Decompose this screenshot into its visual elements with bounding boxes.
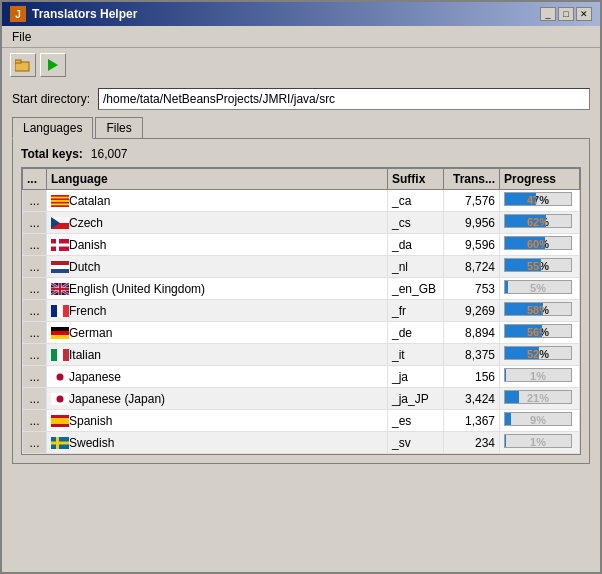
- table-row[interactable]: ...Spanish_es1,3679%: [23, 410, 580, 432]
- minimize-button[interactable]: _: [540, 7, 556, 21]
- svg-rect-32: [51, 349, 57, 361]
- table-row[interactable]: ...German_de8,89456%: [23, 322, 580, 344]
- row-suffix: _nl: [388, 256, 444, 278]
- col-suffix: Suffix: [388, 169, 444, 190]
- row-translated: 3,424: [444, 388, 500, 410]
- tab-files[interactable]: Files: [95, 117, 142, 138]
- row-dots[interactable]: ...: [23, 432, 47, 454]
- row-suffix: _sv: [388, 432, 444, 454]
- row-language: Spanish: [47, 410, 388, 432]
- svg-rect-43: [51, 441, 69, 444]
- tab-languages[interactable]: Languages: [12, 117, 93, 139]
- row-suffix: _en_GB: [388, 278, 444, 300]
- row-progress: 56%: [500, 322, 580, 344]
- row-dots[interactable]: ...: [23, 322, 47, 344]
- row-dots[interactable]: ...: [23, 256, 47, 278]
- svg-rect-27: [57, 305, 63, 317]
- row-language: Japanese: [47, 366, 388, 388]
- row-dots[interactable]: ...: [23, 278, 47, 300]
- svg-rect-7: [51, 205, 69, 207]
- row-progress: 52%: [500, 344, 580, 366]
- open-icon: [15, 58, 31, 72]
- table-row[interactable]: ...French_fr9,26958%: [23, 300, 580, 322]
- svg-point-36: [57, 373, 64, 380]
- table-row[interactable]: ...Japanese (Japan)_ja_JP3,42421%: [23, 388, 580, 410]
- row-progress: 55%: [500, 256, 580, 278]
- content-area: Start directory: Languages Files Total k…: [2, 82, 600, 572]
- app-icon: J: [10, 6, 26, 22]
- svg-rect-15: [51, 265, 69, 269]
- svg-rect-6: [51, 201, 69, 203]
- row-dots[interactable]: ...: [23, 344, 47, 366]
- row-dots[interactable]: ...: [23, 212, 47, 234]
- svg-rect-33: [57, 349, 63, 361]
- title-buttons: _ □ ✕: [540, 7, 592, 21]
- table-row[interactable]: ...Italian_it8,37552%: [23, 344, 580, 366]
- col-progress: Progress: [500, 169, 580, 190]
- row-dots[interactable]: ...: [23, 366, 47, 388]
- open-button[interactable]: [10, 53, 36, 77]
- row-suffix: _fr: [388, 300, 444, 322]
- svg-marker-2: [48, 59, 58, 71]
- row-dots[interactable]: ...: [23, 234, 47, 256]
- table-row[interactable]: ...English (United Kingdom)_en_GB7535%: [23, 278, 580, 300]
- row-progress: 21%: [500, 388, 580, 410]
- start-directory-input[interactable]: [98, 88, 590, 110]
- row-suffix: _ja_JP: [388, 388, 444, 410]
- svg-rect-16: [51, 269, 69, 273]
- total-keys-label: Total keys:: [21, 147, 83, 161]
- row-progress: 62%: [500, 212, 580, 234]
- row-suffix: _es: [388, 410, 444, 432]
- row-suffix: _it: [388, 344, 444, 366]
- row-progress: 5%: [500, 278, 580, 300]
- svg-rect-13: [51, 243, 69, 246]
- table-row[interactable]: ...Catalan_ca7,57647%: [23, 190, 580, 212]
- row-dots[interactable]: ...: [23, 190, 47, 212]
- row-translated: 9,596: [444, 234, 500, 256]
- row-translated: 8,724: [444, 256, 500, 278]
- svg-rect-40: [51, 418, 69, 424]
- table-row[interactable]: ...Danish_da9,59660%: [23, 234, 580, 256]
- svg-rect-31: [51, 335, 69, 339]
- svg-rect-14: [51, 261, 69, 265]
- main-window: J Translators Helper _ □ ✕ File Star: [0, 0, 602, 574]
- col-language: Language: [47, 169, 388, 190]
- row-language: Dutch: [47, 256, 388, 278]
- row-dots[interactable]: ...: [23, 410, 47, 432]
- table-row[interactable]: ...Japanese_ja1561%: [23, 366, 580, 388]
- row-translated: 156: [444, 366, 500, 388]
- row-language: Catalan: [47, 190, 388, 212]
- svg-rect-3: [51, 195, 69, 207]
- languages-table: ... Language Suffix Trans... Progress ..…: [22, 168, 580, 454]
- table-row[interactable]: ...Czech_cs9,95662%: [23, 212, 580, 234]
- close-button[interactable]: ✕: [576, 7, 592, 21]
- maximize-button[interactable]: □: [558, 7, 574, 21]
- tab-panel: Total keys: 16,007 ... Language Suffix T…: [12, 138, 590, 464]
- row-language: Czech: [47, 212, 388, 234]
- run-button[interactable]: [40, 53, 66, 77]
- table-row[interactable]: ...Dutch_nl8,72455%: [23, 256, 580, 278]
- row-progress: 1%: [500, 366, 580, 388]
- row-language: Danish: [47, 234, 388, 256]
- languages-table-container: ... Language Suffix Trans... Progress ..…: [21, 167, 581, 455]
- table-row[interactable]: ...Swedish_sv2341%: [23, 432, 580, 454]
- start-directory-label: Start directory:: [12, 92, 90, 106]
- row-language: English (United Kingdom): [47, 278, 388, 300]
- row-dots[interactable]: ...: [23, 300, 47, 322]
- row-progress: 60%: [500, 234, 580, 256]
- col-translated: Trans...: [444, 169, 500, 190]
- row-suffix: _de: [388, 322, 444, 344]
- row-progress: 9%: [500, 410, 580, 432]
- row-dots[interactable]: ...: [23, 388, 47, 410]
- row-language: Japanese (Japan): [47, 388, 388, 410]
- svg-rect-4: [51, 195, 69, 197]
- table-header-row: ... Language Suffix Trans... Progress: [23, 169, 580, 190]
- row-translated: 1,367: [444, 410, 500, 432]
- tabs-row: Languages Files: [12, 116, 590, 138]
- svg-rect-30: [51, 331, 69, 335]
- total-keys-value: 16,007: [91, 147, 128, 161]
- row-suffix: _ca: [388, 190, 444, 212]
- menu-file[interactable]: File: [6, 28, 37, 46]
- row-language: German: [47, 322, 388, 344]
- row-suffix: _da: [388, 234, 444, 256]
